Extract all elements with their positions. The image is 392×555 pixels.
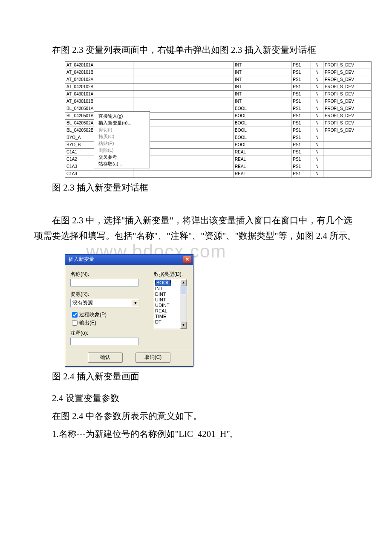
comment-label: 注释(o): [70, 330, 149, 337]
cell [323, 141, 371, 148]
cell: PS1 [291, 76, 311, 83]
cell: PROFI_S_DEV [323, 127, 371, 134]
close-icon[interactable]: ✕ [183, 256, 191, 263]
cell: REAL [233, 163, 291, 170]
cell: N [311, 83, 323, 90]
table-row[interactable]: AT_0420101AINTPS1NPROFI_S_DEV [65, 61, 372, 69]
context-menu-item[interactable]: 交叉参考 [94, 153, 150, 160]
context-menu-item: 拷贝(C) [94, 133, 150, 140]
output-checkbox-input[interactable] [72, 320, 78, 326]
cell: REAL [233, 156, 291, 163]
cell: PROFI_S_DEV [323, 90, 371, 98]
cell: PS1 [291, 105, 311, 112]
cell [133, 170, 233, 177]
table-row[interactable]: AT_0420101BINTPS1NPROFI_S_DEV [65, 69, 372, 76]
context-menu[interactable]: 直接输入(g)插入新变量(n)...剪切(t)拷贝(C)粘贴(P)删除(L)交叉… [94, 111, 150, 168]
cell: N [311, 61, 323, 69]
scroll-thumb[interactable] [181, 286, 186, 294]
cell: N [311, 148, 323, 156]
cell [133, 98, 233, 105]
paragraph-desc-23: 在图 2.3 中，选择"插入新变量"，将弹出该变量插入窗口在窗口中，有几个选项需… [34, 213, 358, 243]
cell: INT [233, 61, 291, 69]
cell [323, 134, 371, 141]
datatype-label: 数据类型(D): [154, 271, 188, 278]
chevron-down-icon[interactable]: ▼ [132, 300, 139, 306]
cell [133, 90, 233, 98]
output-label: 输出(E) [79, 319, 96, 325]
resource-combo[interactable]: 没有资源 ▼ [70, 299, 139, 307]
cell: PS1 [291, 112, 311, 119]
scroll-down-icon[interactable]: ▼ [180, 322, 187, 329]
cancel-button[interactable]: 取消(C) [135, 353, 170, 363]
ok-button[interactable]: 确认 [88, 353, 123, 363]
output-checkbox[interactable]: 输出(E) [70, 319, 149, 327]
paragraph-intro-23: 在图 2.3 变量列表画面中，右键单击弹出如图 2.3 插入新变量对话框 [34, 43, 358, 58]
cell: PROFI_S_DEV [323, 61, 371, 69]
scroll-up-icon[interactable]: ▲ [180, 279, 187, 286]
resource-combo-value: 没有资源 [72, 299, 93, 306]
cell: PS1 [291, 83, 311, 90]
cell: N [311, 127, 323, 134]
process-image-checkbox[interactable]: 过程映象(P) [70, 311, 149, 319]
dialog-titlebar[interactable]: 插入新变量 ✕ [65, 254, 193, 265]
cell: AT_0420102B [65, 83, 133, 90]
context-menu-item[interactable]: 站存取(a)... [94, 160, 150, 167]
cell: PS1 [291, 98, 311, 105]
cell: PROFI_S_DEV [323, 119, 371, 127]
context-menu-item: 删除(L) [94, 147, 150, 153]
cell: PS1 [291, 90, 311, 98]
datatype-item-selected[interactable]: BOOL [155, 280, 171, 286]
table-row[interactable]: AT_0420102BINTPS1NPROFI_S_DEV [65, 83, 372, 90]
datatype-listbox[interactable]: BOOLINTDINTUINTUDINTREALTIMEDT ▲ ▼ [154, 279, 187, 329]
cell: INT [233, 98, 291, 105]
figure-2-4-caption: 图 2.4 插入新变量画面 [34, 369, 358, 384]
cell: PS1 [291, 141, 311, 148]
cell: N [311, 112, 323, 119]
cell [323, 163, 371, 170]
process-image-label: 过程映象(P) [79, 311, 107, 317]
figure-2-3-caption: 图 2.3 插入新变量对话框 [34, 180, 358, 196]
paragraph-item-1: 1.名称---为新建位号的名称例如"LIC_4201_H", [34, 425, 358, 443]
cell [133, 61, 233, 69]
paragraph-desc-24: 在图 2.4 中各参数所表示的意义如下。 [34, 407, 358, 425]
cell [323, 170, 371, 177]
context-menu-item[interactable]: 插入新变量(n)... [94, 119, 150, 126]
cell [323, 156, 371, 163]
cell [323, 148, 371, 156]
cell: N [311, 119, 323, 127]
table-row[interactable]: AT_0430101BINTPS1NPROFI_S_DEV [65, 98, 372, 105]
cell: PROFI_S_DEV [323, 83, 371, 90]
dialog-title-text: 插入新变量 [69, 256, 94, 263]
cell: AT_0420101B [65, 69, 133, 76]
cell: PROFI_S_DEV [323, 69, 371, 76]
cell: PROFI_S_DEV [323, 105, 371, 112]
cell: PROFI_S_DEV [323, 76, 371, 83]
cell: PROFI_S_DEV [323, 112, 371, 119]
process-image-checkbox-input[interactable] [72, 312, 78, 318]
cell: BOOL [233, 134, 291, 141]
table-row[interactable]: AT_0430101AINTPS1NPROFI_S_DEV [65, 90, 372, 98]
cell: INT [233, 69, 291, 76]
cell [133, 83, 233, 90]
cell: PS1 [291, 170, 311, 177]
cell: PS1 [291, 119, 311, 127]
cell: PROFI_S_DEV [323, 98, 371, 105]
cell: BOOL [233, 119, 291, 127]
cell: C1A4 [65, 170, 133, 177]
cell: PS1 [291, 69, 311, 76]
cell: PS1 [291, 127, 311, 134]
comment-input[interactable] [70, 338, 138, 345]
context-menu-item[interactable]: 直接输入(g) [94, 113, 150, 119]
cell: N [311, 69, 323, 76]
cell: INT [233, 76, 291, 83]
cell: PS1 [291, 61, 311, 69]
cell: BOOL [233, 127, 291, 134]
listbox-scrollbar[interactable]: ▲ ▼ [180, 279, 187, 329]
name-input[interactable] [70, 279, 138, 286]
context-menu-item: 粘贴(P) [94, 140, 150, 147]
cell: N [311, 163, 323, 170]
cell: PS1 [291, 134, 311, 141]
table-row[interactable]: C1A4REALPS1N [65, 170, 372, 177]
table-row[interactable]: AT_0420102AINTPS1NPROFI_S_DEV [65, 76, 372, 83]
name-label: 名称(N): [70, 271, 149, 278]
